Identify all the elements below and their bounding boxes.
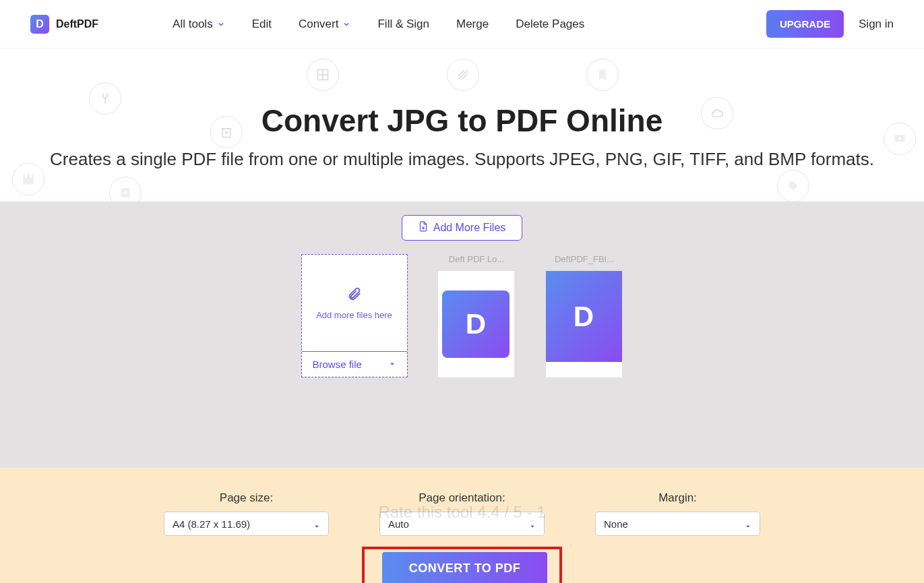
bg-trash-icon — [210, 116, 243, 148]
upload-card[interactable]: Add more files here Browse file — [301, 254, 408, 377]
caret-down-icon — [388, 359, 396, 370]
orientation-select[interactable]: Auto — [379, 512, 545, 536]
chevron-down-icon — [217, 20, 225, 28]
margin-value: None — [604, 518, 628, 530]
page-size-label: Page size: — [220, 491, 273, 505]
browse-label: Browse file — [313, 359, 362, 370]
nav-convert[interactable]: Convert — [299, 18, 351, 31]
page-subtitle: Creates a single PDF file from one or mu… — [27, 147, 897, 171]
nav-all-tools[interactable]: All tools — [173, 18, 225, 31]
file-name: Deft PDF Lo... — [449, 254, 504, 264]
main-nav: All tools Edit Convert Fill & Sign Merge… — [173, 18, 584, 31]
nav-delete-pages[interactable]: Delete Pages — [516, 18, 584, 31]
convert-to-pdf-button[interactable]: CONVERT TO PDF — [382, 552, 548, 583]
bg-puzzle-icon — [12, 163, 44, 195]
bg-chat-icon — [884, 123, 916, 155]
page-size-value: A4 (8.27 x 11.69) — [173, 518, 250, 530]
hero: Convert JPG to PDF Online Creates a sing… — [0, 49, 924, 202]
add-more-files-button[interactable]: Add More Files — [402, 215, 523, 241]
chevron-down-icon — [342, 20, 350, 28]
nav-fill-sign[interactable]: Fill & Sign — [377, 18, 429, 31]
signin-link[interactable]: Sign in — [859, 18, 894, 31]
bg-stripes-icon — [447, 59, 479, 91]
add-more-files-label: Add More Files — [433, 222, 506, 234]
file-card[interactable]: Deft PDF Lo... D — [438, 254, 516, 377]
nav-label: All tools — [173, 18, 213, 31]
svg-marker-19 — [390, 363, 394, 366]
bottom-bar: Rate this tool 4.4 / 5 - 1 Page size: A4… — [0, 468, 924, 583]
orientation-control: Page orientation: Auto — [379, 491, 545, 536]
convert-highlight: CONVERT TO PDF — [362, 547, 563, 583]
bg-plus-icon — [109, 177, 142, 209]
caret-down-icon — [745, 520, 751, 527]
bg-cloud-icon — [701, 97, 733, 129]
svg-marker-21 — [531, 526, 534, 528]
margin-select[interactable]: None — [595, 512, 760, 536]
file-thumbnail: D — [546, 271, 622, 377]
caret-down-icon — [313, 520, 320, 527]
nav-edit[interactable]: Edit — [252, 18, 272, 31]
orientation-value: Auto — [388, 518, 409, 530]
logo-icon: D — [30, 15, 49, 34]
bg-grid-icon — [307, 59, 339, 91]
workspace: Add More Files Add more files here Brows… — [0, 202, 924, 468]
svg-marker-22 — [747, 526, 750, 528]
page-size-select[interactable]: A4 (8.27 x 11.69) — [164, 512, 329, 536]
file-thumbnail: D — [438, 271, 514, 377]
header: D DeftPDF All tools Edit Convert Fill & … — [0, 0, 924, 49]
thumb-logo-icon: D — [442, 290, 510, 358]
file-name: DeftPDF_FBI... — [555, 254, 614, 264]
thumb-logo-icon: D — [546, 271, 622, 362]
page-title: Convert JPG to PDF Online — [27, 102, 897, 139]
margin-label: Margin: — [658, 491, 697, 505]
bg-merge-icon — [89, 82, 121, 115]
nav-merge[interactable]: Merge — [456, 18, 489, 31]
upload-drop-zone[interactable]: Add more files here — [302, 255, 407, 351]
file-plus-icon — [419, 221, 428, 235]
brand-name: DeftPDF — [56, 18, 98, 30]
bg-bookmark-icon — [586, 59, 619, 91]
paperclip-icon — [347, 286, 362, 303]
file-card[interactable]: DeftPDF_FBI... D — [546, 254, 623, 377]
margin-control: Margin: None — [595, 491, 760, 536]
upgrade-button[interactable]: UPGRADE — [766, 10, 844, 38]
page-size-control: Page size: A4 (8.27 x 11.69) — [164, 491, 329, 536]
orientation-label: Page orientation: — [419, 491, 505, 505]
bg-tag-icon — [777, 170, 809, 202]
browse-file-button[interactable]: Browse file — [302, 351, 407, 377]
upload-hint: Add more files here — [316, 310, 392, 320]
files-row: Add more files here Browse file Deft PDF… — [0, 254, 924, 377]
nav-label: Convert — [299, 18, 339, 31]
svg-marker-20 — [315, 526, 319, 528]
caret-down-icon — [529, 520, 536, 527]
